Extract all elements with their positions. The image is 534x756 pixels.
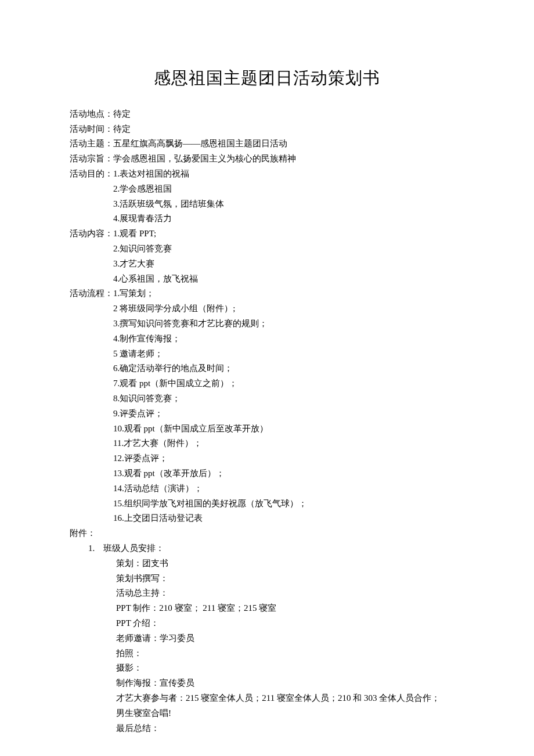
content-item-4: 4.心系祖国，放飞祝福 [70,272,464,287]
location-label: 活动地点： [70,107,113,122]
goal-item-4: 4.展现青春活力 [70,211,464,226]
flow-row: 活动流程： 1.写策划； [70,286,464,301]
location-value: 待定 [113,107,464,122]
appendix-item: PPT 制作：210 寝室； 211 寝室；215 寝室 [70,601,464,616]
flow-item-9: 9.评委点评； [70,406,464,422]
flow-item-1: 1.写策划； [113,286,464,301]
flow-item-14: 14.活动总结（演讲）； [70,481,464,496]
appendix-item: 制作海报：宣传委员 [70,676,464,691]
appendix-item: 最后总结： [70,721,464,736]
flow-item-15: 15.组织同学放飞对祖国的美好祝愿（放飞气球）； [70,496,464,512]
document-title: 感恩祖国主题团日活动策划书 [70,64,464,93]
appendix-item: 活动总主持： [70,586,464,601]
flow-item-13: 13.观看 ppt（改革开放后）； [70,466,464,481]
goal-item-2: 2.学会感恩祖国 [70,182,464,197]
flow-item-10: 10.观看 ppt（新中国成立后至改革开放） [70,422,464,437]
appendix-item: 男生寝室合唱! [70,706,464,721]
appendix-section-1: 1. 班级人员安排： [70,541,464,556]
goal-row: 活动目的： 1.表达对祖国的祝福 [70,167,464,182]
appendix-item: 老师邀请：学习委员 [70,631,464,646]
time-label: 活动时间： [70,122,113,137]
location-row: 活动地点： 待定 [70,107,464,122]
theme-value: 五星红旗高高飘扬——感恩祖国主题团日活动 [113,136,464,152]
flow-item-16: 16.上交团日活动登记表 [70,511,464,526]
flow-item-12: 12.评委点评； [70,451,464,466]
theme-label: 活动主题： [70,136,113,152]
purpose-value: 学会感恩祖国，弘扬爱国主义为核心的民族精神 [113,152,464,167]
goal-item-3: 3.活跃班级气氛，团结班集体 [70,197,464,212]
flow-item-11: 11.才艺大赛（附件）； [70,436,464,451]
flow-label: 活动流程： [70,286,113,301]
content-item-1: 1.观看 PPT; [113,226,464,242]
flow-item-2: 2 将班级同学分成小组（附件）; [70,301,464,316]
purpose-label: 活动宗旨： [70,152,113,167]
appendix-label: 附件： [70,526,464,541]
flow-item-8: 8.知识问答竞赛； [70,391,464,406]
appendix-item: 拍照： [70,646,464,661]
time-row: 活动时间： 待定 [70,122,464,137]
flow-item-5: 5 邀请老师； [70,347,464,362]
purpose-row: 活动宗旨： 学会感恩祖国，弘扬爱国主义为核心的民族精神 [70,152,464,167]
theme-row: 活动主题： 五星红旗高高飘扬——感恩祖国主题团日活动 [70,136,464,152]
appendix-item: 摄影： [70,661,464,676]
appendix-item: PPT 介绍： [70,616,464,631]
flow-item-7: 7.观看 ppt（新中国成立之前）； [70,376,464,391]
flow-item-3: 3.撰写知识问答竞赛和才艺比赛的规则； [70,316,464,332]
appendix-item: 才艺大赛参与者：215 寝室全体人员；211 寝室全体人员；210 和 303 … [70,691,464,706]
content-item-3: 3.才艺大赛 [70,257,464,272]
goal-item-1: 1.表达对祖国的祝福 [113,167,464,182]
content-item-2: 2.知识问答竞赛 [70,242,464,257]
flow-item-6: 6.确定活动举行的地点及时间； [70,361,464,376]
appendix-item: 策划：团支书 [70,556,464,571]
appendix-item: 策划书撰写： [70,571,464,586]
time-value: 待定 [113,122,464,137]
content-label: 活动内容： [70,226,113,242]
content-row: 活动内容： 1.观看 PPT; [70,226,464,242]
flow-item-4: 4.制作宣传海报； [70,332,464,347]
goal-label: 活动目的： [70,167,113,182]
